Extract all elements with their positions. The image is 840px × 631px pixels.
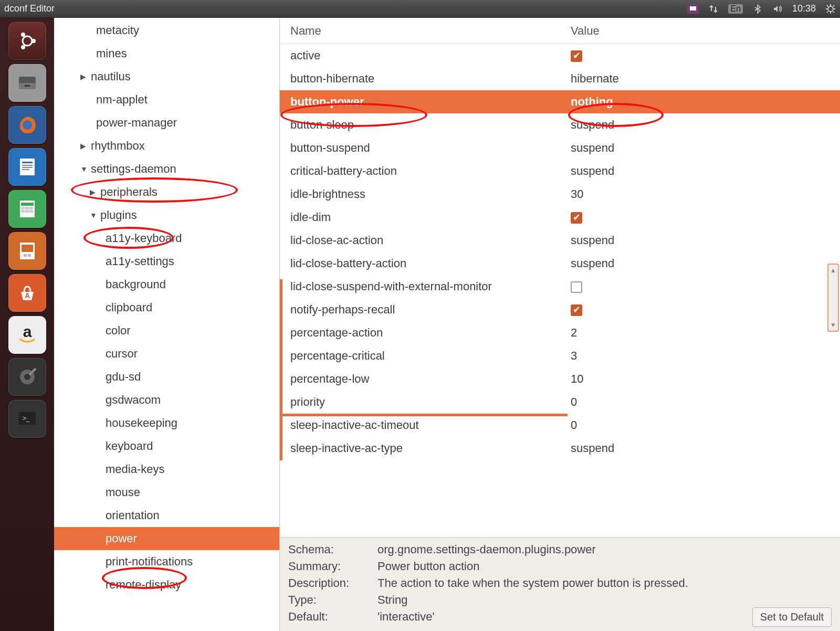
scroll-down-icon[interactable]: ▼ <box>830 321 836 329</box>
key-row-button-hibernate[interactable]: button-hibernatehibernate <box>280 67 840 90</box>
tree-item-metacity[interactable]: metacity <box>54 19 279 42</box>
network-icon[interactable] <box>708 4 719 14</box>
key-value[interactable]: 10 <box>564 372 840 386</box>
key-row-button-sleep[interactable]: button-sleepsuspend <box>280 113 840 136</box>
key-value[interactable]: suspend <box>564 141 840 155</box>
key-value[interactable]: 0 <box>564 418 840 432</box>
tree-item-gdu-sd[interactable]: gdu-sd <box>54 365 279 388</box>
summary-label: Summary: <box>288 560 377 573</box>
power-cog-icon[interactable] <box>825 4 836 14</box>
key-value[interactable]: 0 <box>564 395 840 409</box>
key-value[interactable]: 2 <box>564 326 840 340</box>
key-value[interactable] <box>564 49 840 62</box>
expand-arrow-icon[interactable]: ▶ <box>80 142 90 150</box>
tree-item-housekeeping[interactable]: housekeeping <box>54 412 279 435</box>
key-value[interactable] <box>564 280 840 293</box>
tree-item-a11y-keyboard[interactable]: a11y-keyboard <box>54 227 279 250</box>
key-row-sleep-inactive-ac-timeout[interactable]: sleep-inactive-ac-timeout0 <box>280 414 840 437</box>
launcher-firefox[interactable] <box>8 106 46 144</box>
tree-item-mouse[interactable]: mouse <box>54 481 279 504</box>
tree-item-settings-daemon[interactable]: ▼settings-daemon <box>54 157 279 181</box>
tree-item-nautilus[interactable]: ▶nautilus <box>54 65 279 88</box>
schema-tree[interactable]: metacitymines▶nautilusnm-appletpower-man… <box>54 18 280 631</box>
tree-item-background[interactable]: background <box>54 273 279 296</box>
key-value[interactable]: suspend <box>564 118 840 132</box>
launcher-amazon[interactable]: a <box>8 316 46 354</box>
tree-item-a11y-settings[interactable]: a11y-settings <box>54 250 279 273</box>
tree-item-label: nm-applet <box>96 93 148 107</box>
tree-item-color[interactable]: color <box>54 319 279 342</box>
tree-item-power-manager[interactable]: power-manager <box>54 111 279 134</box>
checkbox[interactable] <box>571 304 582 316</box>
clock[interactable]: 10:38 <box>792 3 816 14</box>
selection-indicator-bottom <box>280 414 568 416</box>
tree-item-keyboard[interactable]: keyboard <box>54 435 279 458</box>
input-language-indicator[interactable]: En <box>728 4 743 14</box>
bluetooth-icon[interactable] <box>752 4 763 14</box>
key-row-priority[interactable]: priority0 <box>280 391 840 414</box>
column-value[interactable]: Value <box>564 24 840 38</box>
launcher-settings[interactable] <box>8 358 46 396</box>
tree-item-print-notifications[interactable]: print-notifications <box>54 550 279 573</box>
tree-item-peripherals[interactable]: ▶peripherals <box>54 181 279 204</box>
tree-item-rhythmbox[interactable]: ▶rhythmbox <box>54 134 279 157</box>
tree-item-plugins[interactable]: ▼plugins <box>54 204 279 227</box>
launcher-impress[interactable] <box>8 232 46 270</box>
screen-share-icon[interactable] <box>687 4 699 14</box>
tree-item-cursor[interactable]: cursor <box>54 342 279 365</box>
launcher-files[interactable] <box>8 64 46 102</box>
key-value[interactable] <box>564 211 840 224</box>
checkbox[interactable] <box>571 212 582 224</box>
tree-item-remote-display[interactable]: remote-display <box>54 573 279 596</box>
launcher-software-center[interactable]: A <box>8 274 46 312</box>
key-row-active[interactable]: active <box>280 44 840 67</box>
scroll-up-icon[interactable]: ▲ <box>830 267 836 274</box>
launcher-writer[interactable] <box>8 148 46 186</box>
expand-arrow-icon[interactable]: ▼ <box>80 165 90 173</box>
tree-item-media-keys[interactable]: media-keys <box>54 458 279 481</box>
vertical-scrollbar[interactable]: ▲ ▼ <box>827 264 839 332</box>
expand-arrow-icon[interactable]: ▶ <box>90 188 99 196</box>
key-row-lid-close-suspend-with-external-monitor[interactable]: lid-close-suspend-with-external-monitor <box>280 275 840 298</box>
key-value[interactable]: nothing <box>564 95 840 109</box>
key-value[interactable]: suspend <box>564 164 840 178</box>
key-row-idle-brightness[interactable]: idle-brightness30 <box>280 183 840 206</box>
keys-list[interactable]: activebutton-hibernatehibernatebutton-po… <box>280 44 840 537</box>
key-row-notify-perhaps-recall[interactable]: notify-perhaps-recall <box>280 298 840 321</box>
key-row-sleep-inactive-ac-type[interactable]: sleep-inactive-ac-typesuspend <box>280 437 840 460</box>
checkbox[interactable] <box>571 50 582 62</box>
column-name[interactable]: Name <box>280 24 564 38</box>
launcher-terminal[interactable]: >_ <box>8 400 46 438</box>
volume-icon[interactable] <box>772 4 783 14</box>
key-row-button-suspend[interactable]: button-suspendsuspend <box>280 136 840 160</box>
key-row-button-power[interactable]: button-powernothing <box>280 90 840 113</box>
expand-arrow-icon[interactable]: ▼ <box>90 211 99 219</box>
tree-item-orientation[interactable]: orientation <box>54 504 279 527</box>
tree-item-clipboard[interactable]: clipboard <box>54 296 279 319</box>
tree-item-label: keyboard <box>106 439 153 453</box>
checkbox[interactable] <box>571 281 582 293</box>
key-value[interactable]: suspend <box>564 257 840 270</box>
key-row-percentage-critical[interactable]: percentage-critical3 <box>280 344 840 367</box>
tree-item-power[interactable]: power <box>54 527 279 550</box>
key-value[interactable] <box>564 303 840 317</box>
key-value[interactable]: suspend <box>564 441 840 455</box>
tree-item-gsdwacom[interactable]: gsdwacom <box>54 388 279 412</box>
tree-item-nm-applet[interactable]: nm-applet <box>54 88 279 111</box>
key-row-idle-dim[interactable]: idle-dim <box>280 206 840 229</box>
set-to-default-button[interactable]: Set to Default <box>752 607 832 627</box>
key-value[interactable]: 30 <box>564 187 840 201</box>
key-row-critical-battery-action[interactable]: critical-battery-actionsuspend <box>280 160 840 183</box>
key-row-percentage-action[interactable]: percentage-action2 <box>280 321 840 344</box>
key-row-percentage-low[interactable]: percentage-low10 <box>280 367 840 391</box>
key-value[interactable]: suspend <box>564 234 840 247</box>
key-name: notify-perhaps-recall <box>280 303 564 317</box>
key-value[interactable]: hibernate <box>564 72 840 86</box>
tree-item-mines[interactable]: mines <box>54 42 279 65</box>
expand-arrow-icon[interactable]: ▶ <box>80 72 90 81</box>
key-row-lid-close-ac-action[interactable]: lid-close-ac-actionsuspend <box>280 229 840 252</box>
key-row-lid-close-battery-action[interactable]: lid-close-battery-actionsuspend <box>280 252 840 275</box>
launcher-calc[interactable] <box>8 190 46 228</box>
key-value[interactable]: 3 <box>564 349 840 363</box>
launcher-dash[interactable] <box>8 22 46 60</box>
